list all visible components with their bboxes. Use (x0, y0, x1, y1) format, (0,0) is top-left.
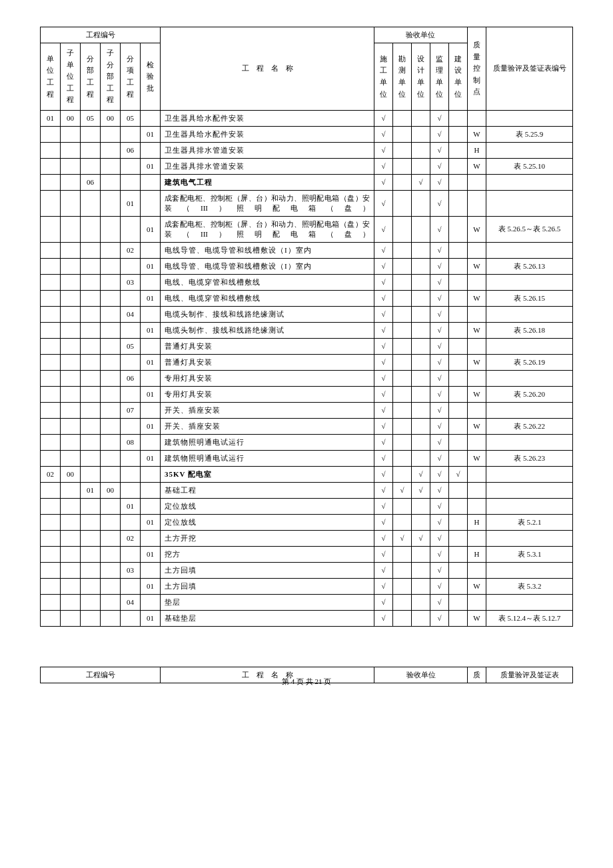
accept-col-2 (411, 354, 430, 370)
code-division (81, 530, 101, 546)
code-subunit (61, 126, 81, 142)
code-batch (141, 434, 161, 450)
code-subunit: 00 (61, 466, 81, 482)
qc-point-cell: W (468, 450, 486, 466)
proj-name-cell: 土方回填 (161, 578, 374, 594)
code-subdivision (101, 546, 121, 562)
code-division (81, 578, 101, 594)
accept-col-3: √ (430, 338, 448, 354)
qc-point-cell: W (468, 216, 486, 242)
accept-col-2 (411, 370, 430, 386)
hdr-build-unit: 建设单位 (448, 43, 467, 111)
hdr-group-accept-unit: 验收单位 (374, 27, 467, 43)
qc-point-cell: W (468, 158, 486, 174)
accept-col-4 (448, 126, 467, 142)
accept-col-0: √ (374, 110, 392, 126)
code-subunit (61, 216, 81, 242)
table-body: 0100050005卫生器具给水配件安装√√01卫生器具给水配件安装√√W表 5… (41, 110, 573, 626)
code-item: 02 (121, 242, 141, 258)
accept-col-1 (392, 216, 411, 242)
form-no-cell (486, 338, 573, 354)
code-batch (141, 594, 161, 610)
proj-name-cell: 成套配电柜、控制柜（屏、台）和动力、照明配电箱（盘）安装（III）照明配电箱（盘… (161, 190, 374, 216)
accept-col-3: √ (430, 466, 448, 482)
accept-col-3: √ (430, 514, 448, 530)
form-no-cell (486, 434, 573, 450)
code-item (121, 126, 141, 142)
code-subdivision: 00 (101, 482, 121, 498)
accept-col-0: √ (374, 158, 392, 174)
code-batch: 01 (141, 610, 161, 626)
proj-name-cell: 挖方 (161, 546, 374, 562)
qc-point-cell: W (468, 418, 486, 434)
qc-point-cell (468, 338, 486, 354)
qc-point-cell: W (468, 354, 486, 370)
proj-name-cell: 35KV 配电室 (161, 466, 374, 482)
proj-name-cell: 基础垫层 (161, 610, 374, 626)
quality-inspection-table: 工程编号 工 程 名 称 验收单位 质量控制点 质量验评及签证表编号 单位工程 … (40, 27, 573, 627)
accept-col-0: √ (374, 306, 392, 322)
code-division (81, 322, 101, 338)
code-subdivision (101, 142, 121, 158)
accept-col-3: √ (430, 386, 448, 402)
form-no-cell: 表 5.25.10 (486, 158, 573, 174)
code-item (121, 290, 141, 306)
table-row: 02土方开挖√√√√ (41, 530, 573, 546)
hdr-group-proj-num: 工程编号 (41, 27, 161, 43)
code-unit (41, 290, 61, 306)
code-subunit (61, 274, 81, 290)
code-subunit (61, 546, 81, 562)
code-subdivision (101, 370, 121, 386)
table-row: 06建筑电气工程√√√ (41, 174, 573, 190)
accept-col-4 (448, 594, 467, 610)
table-row: 01成套配电柜、控制柜（屏、台）和动力、照明配电箱（盘）安装（III）照明配电箱… (41, 216, 573, 242)
hdr-design-unit: 设计单位 (411, 43, 430, 111)
code-subunit (61, 530, 81, 546)
form-no-cell (486, 110, 573, 126)
code-subunit (61, 354, 81, 370)
proj-name-cell: 开关、插座安装 (161, 418, 374, 434)
code-subunit (61, 402, 81, 418)
proj-name-cell: 卫生器具给水配件安装 (161, 126, 374, 142)
accept-col-0: √ (374, 274, 392, 290)
code-item (121, 354, 141, 370)
code-unit (41, 354, 61, 370)
accept-col-1 (392, 386, 411, 402)
code-batch: 01 (141, 216, 161, 242)
code-item (121, 322, 141, 338)
form-no-cell (486, 482, 573, 498)
code-batch (141, 402, 161, 418)
code-subdivision (101, 258, 121, 274)
accept-col-0: √ (374, 290, 392, 306)
code-division (81, 466, 101, 482)
form-no-cell (486, 498, 573, 514)
accept-col-4 (448, 142, 467, 158)
accept-col-3: √ (430, 402, 448, 418)
proj-name-cell: 建筑电气工程 (161, 174, 374, 190)
code-subunit (61, 338, 81, 354)
proj-name-cell: 普通灯具安装 (161, 354, 374, 370)
code-item (121, 216, 141, 242)
accept-col-2 (411, 434, 430, 450)
accept-col-4 (448, 514, 467, 530)
accept-col-2 (411, 546, 430, 562)
accept-col-1 (392, 322, 411, 338)
code-batch (141, 174, 161, 190)
hdr-division-proj: 分部工程 (81, 43, 101, 111)
accept-col-3: √ (430, 306, 448, 322)
form-no-cell (486, 402, 573, 418)
accept-col-1 (392, 174, 411, 190)
accept-col-4 (448, 110, 467, 126)
code-item: 05 (121, 110, 141, 126)
code-unit (41, 306, 61, 322)
code-unit (41, 322, 61, 338)
code-division (81, 370, 101, 386)
accept-col-3: √ (430, 610, 448, 626)
accept-col-3: √ (430, 546, 448, 562)
accept-col-1 (392, 402, 411, 418)
accept-col-2 (411, 110, 430, 126)
code-division (81, 338, 101, 354)
form-no-cell: 表 5.26.23 (486, 450, 573, 466)
proj-name-cell: 专用灯具安装 (161, 370, 374, 386)
code-division (81, 274, 101, 290)
